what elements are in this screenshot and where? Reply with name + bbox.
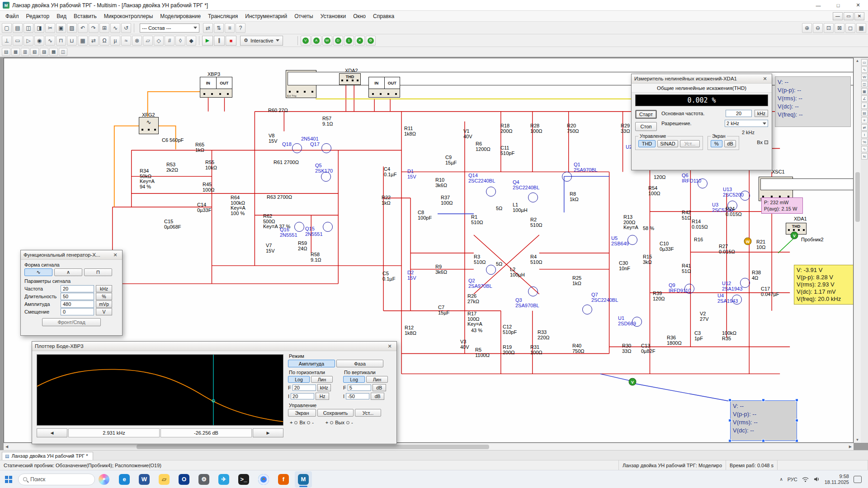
component-label[interactable]: Q17 [310,142,320,147]
thd-dialog-titlebar[interactable]: Измеритель нелинейных искажений-XDA1 ✕ [632,74,772,84]
zoom-fit-icon[interactable]: ⊠ [835,23,844,33]
menu-item[interactable]: Отчеты [291,12,316,21]
rotate-icon[interactable]: ↺ [121,23,131,33]
voltage-probe-readout[interactable]: V: -3.91 VV(p-p): 8.28 VV(rms): 2.93 VV(… [794,265,854,305]
place-electromech-icon[interactable]: ◇ [154,36,164,46]
new-icon[interactable]: ▢ [2,23,12,33]
component-label[interactable]: R81kΩ [570,192,579,202]
component-label[interactable]: R3510Ω [474,254,486,265]
place-misc-digital-icon[interactable]: ▦ [78,36,88,46]
param-unit[interactable]: % [96,293,112,300]
component-label[interactable]: R111k8Ω [404,126,416,136]
document-tab[interactable]: ▤ Ланзар двойка УН рабочий ТРГ * [2,452,93,460]
component-label[interactable]: R121k8Ω [405,325,416,336]
function-generator-xfg2-icon[interactable]: ∿ [139,117,159,134]
clock[interactable]: 9:58 18.11.2025 [825,474,849,485]
chrome-icon[interactable] [255,471,272,488]
vertical-linear-button[interactable]: Лин [366,376,388,383]
component-label[interactable]: C715µF [438,305,449,315]
component-label[interactable]: U122SA1943 [722,281,742,291]
transistor-symbol[interactable] [486,187,496,197]
component-label[interactable]: Q152N5551 [305,226,323,237]
menu-item[interactable]: Справка [369,12,398,21]
component-label[interactable]: R45100Ω [203,182,215,192]
probe-delete-icon[interactable]: ✕ [355,36,365,46]
minimize-button[interactable]: — [808,0,828,10]
transistor-symbol[interactable] [323,222,333,232]
probe-settings-icon[interactable]: ⚙ [366,36,376,46]
component-label[interactable]: R54100Ω [648,186,660,196]
start-button[interactable] [3,474,14,485]
place-mixed-icon[interactable]: ⇄ [89,36,99,46]
component-label[interactable]: Q22SA970BL [468,278,492,289]
wifi-icon[interactable] [802,476,809,482]
component-label[interactable]: L1100µH [513,202,528,213]
cut-icon[interactable]: ✂ [45,23,55,33]
component-label[interactable]: R221kΩ [382,195,391,206]
component-label[interactable]: Q18 [282,142,292,147]
place-ttl-icon[interactable]: ⊓ [56,36,66,46]
square-wave-button[interactable]: ⊓ [84,268,112,276]
spectrum-analyzer-icon[interactable]: ∿ [861,146,868,152]
component-label[interactable]: R13200ΩKey=A [623,215,638,230]
scroll-down-icon[interactable]: ▼ [854,437,861,443]
explorer-icon[interactable]: ▱ [156,471,173,488]
component-label[interactable]: R31100Ω [530,345,542,355]
vertical-log-button[interactable]: Log [343,376,365,383]
bode-plotter-xbp1-icon[interactable]: IN OUT [368,77,400,98]
component-label[interactable]: Пробник2 [801,237,824,243]
component-label[interactable]: R16 [694,237,703,243]
network-analyzer-icon[interactable]: N [861,153,868,160]
component-label[interactable]: C150µ068F [164,219,181,230]
spreadsheet-view-icon[interactable]: ▦ [11,48,20,56]
component-label[interactable]: R1510Ω [471,215,483,225]
search-box[interactable]: Поиск [18,474,95,485]
place-rf-icon[interactable]: ▱ [143,36,153,46]
place-power-icon[interactable]: µ [110,36,120,46]
out-plus-terminal[interactable] [330,421,333,424]
input-terminal[interactable] [764,141,768,144]
component-label[interactable]: L2100µH [510,267,525,277]
frequency-unit-select[interactable]: kHz [755,110,768,117]
component-label[interactable]: C11510pF [500,145,514,156]
component-label[interactable]: 120Ω [654,175,666,180]
component-label[interactable]: R270.015Ω [719,244,735,254]
distortion-analyzer-xda2-icon[interactable]: THD [339,73,361,85]
horizontal-log-button[interactable]: Log [288,376,310,383]
terminal-icon[interactable]: >_ [235,471,252,488]
tray-chevron-icon[interactable]: ∧ [779,477,783,482]
param-unit[interactable]: V [96,308,112,315]
bode-plotter-icon[interactable]: ∠ [861,95,868,102]
breadboard-icon[interactable]: ◫ [59,48,67,56]
place-mcu-icon[interactable]: ◆ [186,36,196,46]
maximize-button[interactable]: □ [828,0,848,10]
undo-icon[interactable]: ↶ [78,23,88,33]
menu-item[interactable]: Окно [349,12,369,21]
close-icon[interactable]: ✕ [761,76,769,82]
word-icon[interactable]: W [136,471,153,488]
probe-marker[interactable]: V [629,378,637,386]
param-unit[interactable]: mVp [96,300,112,308]
component-label[interactable]: R37100Ω [441,195,453,206]
component-label[interactable]: R2627kΩ [467,294,479,304]
digital-probe-icon[interactable]: 1 [344,36,354,46]
settings-button[interactable]: Уст... [680,140,700,147]
oscilloscope-icon[interactable]: ◫ [861,81,868,87]
place-advanced-icon[interactable]: ⊗ [132,36,142,46]
mdi-close-button[interactable]: ✕ [854,12,864,20]
logic-analyzer-icon[interactable]: ≡ [861,117,868,123]
transistor-symbol[interactable] [528,192,538,202]
simulation-log-icon[interactable]: ▥ [21,48,29,56]
component-label[interactable]: V715V [266,243,275,253]
component-label[interactable]: Q72SC2240BL [591,292,618,303]
copilot-icon[interactable]: ✦ [99,474,109,485]
grapher-icon[interactable]: ▨ [40,48,48,56]
component-label[interactable]: R2933Ω [621,123,630,134]
mdi-restore-button[interactable]: ▭ [844,12,854,20]
zoom-area-icon[interactable]: ⊡ [824,23,834,33]
component-label[interactable]: C8100pF [418,210,432,221]
component-label[interactable]: C130µ82F [641,343,655,354]
component-label[interactable]: R5924Ω [298,241,307,251]
horizontal-scroll-thumb[interactable] [137,445,489,449]
transistor-symbol[interactable] [582,305,592,314]
